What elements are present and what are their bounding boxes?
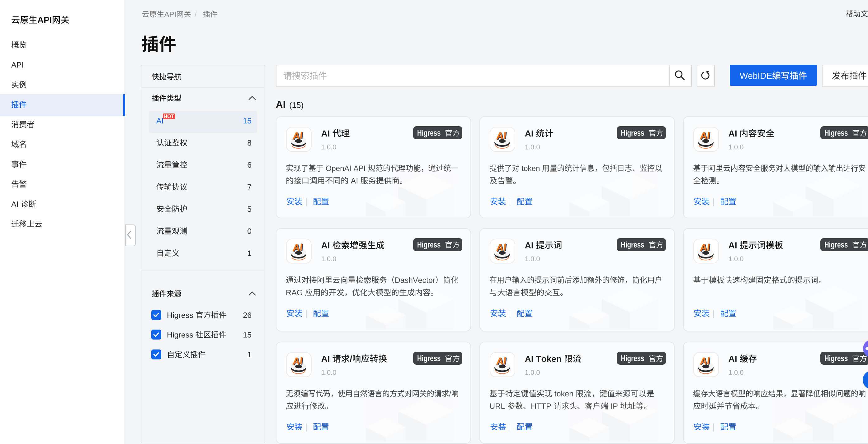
svg-text:AI: AI [699, 130, 710, 142]
svg-text:AI: AI [699, 355, 710, 367]
svg-text:AI: AI [699, 241, 710, 253]
svg-text:AI: AI [495, 241, 507, 253]
svg-text:AI: AI [495, 130, 507, 142]
svg-text:AI: AI [292, 130, 303, 142]
svg-text:AI: AI [292, 241, 303, 253]
svg-text:AI: AI [495, 355, 507, 367]
svg-text:AI: AI [292, 355, 303, 367]
